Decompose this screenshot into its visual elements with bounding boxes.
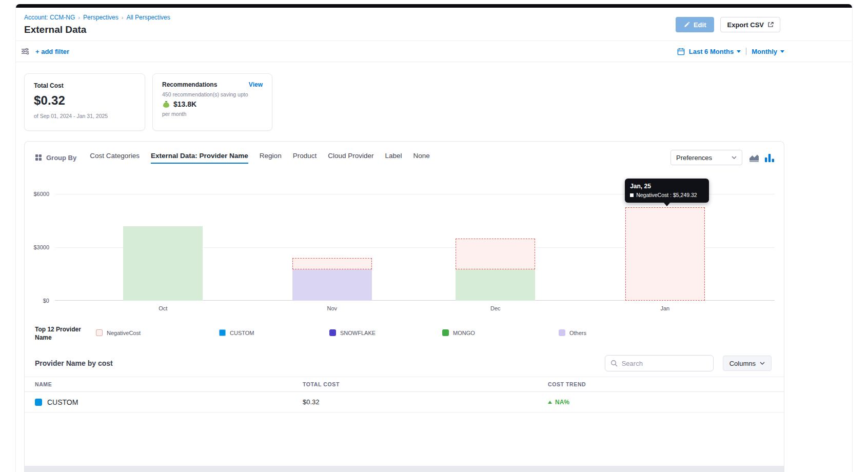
search-input[interactable]	[622, 360, 708, 367]
total-cost-value: $0.32	[34, 93, 135, 108]
page-title: External Data	[24, 24, 170, 35]
legend-item-mongo[interactable]: MONGO	[442, 329, 475, 336]
bar-segment-jan-negativecost[interactable]	[625, 207, 705, 301]
tab-none[interactable]: None	[413, 152, 430, 164]
trend-up-icon	[548, 401, 552, 404]
legend-label: Others	[569, 330, 586, 336]
y-tick-3000: $3000	[33, 244, 49, 250]
provider-name: CUSTOM	[47, 398, 78, 406]
filter-bar: + add filter Last 6 Months Monthly	[16, 41, 852, 62]
recommendations-amount: $13.8K	[173, 100, 196, 108]
legend-label: CUSTOM	[230, 330, 254, 336]
bar-segment-oct-mongo[interactable]	[123, 226, 203, 301]
divider	[746, 48, 746, 55]
export-csv-button[interactable]: Export CSV	[720, 17, 780, 32]
legend-swatch-negativecost	[96, 329, 103, 336]
legend-label: NegativeCost	[107, 330, 141, 336]
breadcrumb-perspectives-link[interactable]: Perspectives	[83, 14, 119, 21]
bar-segment-dec-mongo[interactable]	[456, 269, 535, 301]
area-chart-toggle-icon[interactable]	[748, 153, 760, 162]
breadcrumb-account-link[interactable]: Account: CCM-NG	[24, 14, 75, 21]
external-link-icon	[767, 22, 774, 28]
provider-color-swatch	[35, 399, 42, 406]
view-recommendations-link[interactable]: View	[249, 81, 263, 88]
breadcrumb-separator: ›	[78, 14, 80, 21]
trend-value: NA%	[555, 399, 569, 406]
tab-region[interactable]: Region	[260, 152, 282, 164]
pencil-icon	[684, 22, 690, 28]
bar-chart-toggle-icon[interactable]	[764, 153, 775, 162]
y-tick-0: $0	[43, 298, 49, 304]
legend-item-snowflake[interactable]: SNOWFLAKE	[329, 329, 376, 336]
table-body: CUSTOM$0.32NA%	[25, 392, 784, 412]
columns-button[interactable]: Columns	[723, 356, 772, 371]
bar-segment-nov-others[interactable]	[292, 269, 372, 301]
chevron-down-icon	[732, 156, 737, 159]
legend-label: SNOWFLAKE	[340, 330, 376, 336]
table-row[interactable]: CUSTOM$0.32NA%	[25, 392, 784, 412]
tab-product[interactable]: Product	[293, 152, 317, 164]
app-frame: Account: CCM-NG › Perspectives › All Per…	[15, 4, 853, 472]
time-controls: Last 6 Months Monthly	[677, 48, 784, 55]
preferences-dropdown[interactable]: Preferences	[670, 150, 742, 165]
column-header-cost-trend[interactable]: COST TREND	[548, 381, 784, 387]
group-by-label: Group By	[35, 154, 76, 162]
total-cost-period: of Sep 01, 2024 - Jan 31, 2025	[34, 113, 135, 119]
x-axis-label-oct: Oct	[159, 305, 167, 311]
legend-swatch-mongo	[442, 329, 449, 336]
bar-segment-nov-negativecost[interactable]	[292, 258, 372, 269]
group-by-row: Group By Cost CategoriesExternal Data: P…	[25, 142, 784, 170]
table-search[interactable]	[605, 355, 714, 371]
chevron-down-icon	[737, 50, 741, 53]
chart-plot: $6000 $3000 $0 Jan, 25 NegativeCost : $5…	[55, 194, 775, 301]
legend-swatch-others	[559, 329, 565, 336]
bar-segment-dec-negativecost[interactable]	[456, 239, 535, 269]
tooltip-arrow	[664, 203, 670, 206]
table-scrollbar-track[interactable]	[25, 466, 784, 472]
app-window: Account: CCM-NG › Perspectives › All Per…	[0, 0, 868, 472]
breadcrumb: Account: CCM-NG › Perspectives › All Per…	[24, 14, 170, 21]
add-filter-button[interactable]: + add filter	[35, 48, 69, 55]
recommendations-cadence: per month	[162, 111, 263, 117]
legend-title: Top 12 Provider Name	[35, 325, 92, 342]
chart-controls: Preferences	[670, 150, 775, 165]
x-axis-label-dec: Dec	[490, 305, 501, 311]
group-by-tabs: Cost CategoriesExternal Data: Provider N…	[90, 152, 430, 164]
tab-label[interactable]: Label	[385, 152, 402, 164]
legend-swatch-custom	[219, 329, 226, 336]
legend-swatch-snowflake	[329, 329, 336, 336]
tooltip-series-bullet	[630, 193, 634, 197]
provider-cost-table: NAME TOTAL COST COST TREND CUSTOM$0.32NA…	[25, 377, 784, 412]
tooltip-value: NegativeCost : $5,249.32	[636, 192, 697, 198]
tab-cloud-provider[interactable]: Cloud Provider	[328, 152, 373, 164]
total-cost-title: Total Cost	[34, 82, 135, 89]
date-range-selector[interactable]: Last 6 Months	[689, 48, 741, 55]
recommendations-summary: 450 recommendation(s) saving upto	[162, 91, 263, 97]
group-by-icon	[35, 154, 42, 161]
chart-legend: Top 12 Provider Name NegativeCostCUSTOMS…	[25, 324, 784, 345]
granularity-selector[interactable]: Monthly	[752, 48, 784, 55]
edit-button[interactable]: Edit	[676, 17, 715, 32]
header-actions: Edit Export CSV	[676, 17, 780, 32]
y-tick-6000: $6000	[33, 191, 49, 197]
legend-item-negativecost[interactable]: NegativeCost	[96, 329, 141, 336]
legend-item-others[interactable]: Others	[559, 329, 586, 336]
page-header: Account: CCM-NG › Perspectives › All Per…	[16, 8, 852, 41]
column-header-name[interactable]: NAME	[35, 381, 303, 387]
cost-chart: $6000 $3000 $0 Jan, 25 NegativeCost : $5…	[25, 194, 784, 317]
tab-external-data-provider-name[interactable]: External Data: Provider Name	[151, 152, 248, 164]
breadcrumb-separator: ›	[122, 14, 124, 21]
column-header-total-cost[interactable]: TOTAL COST	[303, 381, 548, 387]
table-title: Provider Name by cost	[35, 359, 113, 367]
money-bag-icon	[162, 101, 170, 108]
legend-label: MONGO	[453, 330, 475, 336]
chevron-down-icon	[760, 362, 765, 365]
perspective-panel: Group By Cost CategoriesExternal Data: P…	[24, 141, 784, 472]
legend-item-custom[interactable]: CUSTOM	[219, 329, 254, 336]
table-header-row: NAME TOTAL COST COST TREND	[25, 377, 784, 392]
filter-settings-icon[interactable]	[21, 48, 29, 55]
breadcrumb-all-perspectives-link[interactable]: All Perspectives	[126, 14, 170, 21]
tooltip-title: Jan, 25	[630, 183, 704, 190]
recommendations-title: Recommendations	[162, 81, 217, 88]
tab-cost-categories[interactable]: Cost Categories	[90, 152, 140, 164]
